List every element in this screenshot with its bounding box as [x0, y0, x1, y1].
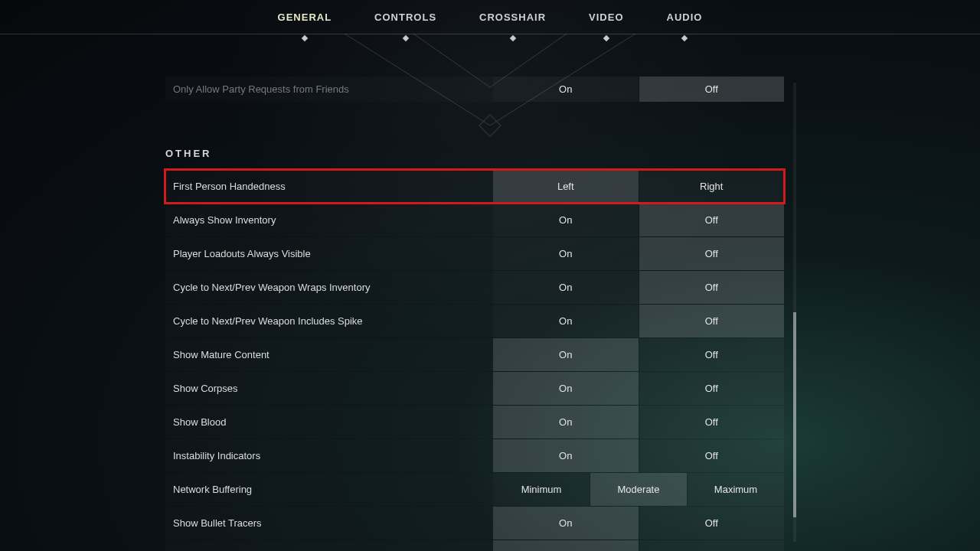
setting-option[interactable]: Off — [639, 204, 785, 236]
setting-option[interactable]: On — [493, 372, 639, 405]
setting-option[interactable]: Right — [639, 170, 785, 203]
setting-option[interactable]: On — [493, 237, 639, 270]
scrollbar-thumb[interactable] — [793, 312, 796, 517]
setting-row: Network BufferingMinimumModerateMaximum — [165, 473, 784, 506]
setting-label: Instability Indicators — [165, 439, 493, 472]
setting-option[interactable]: Off — [639, 237, 785, 270]
setting-label: Show Corpses — [165, 372, 493, 405]
setting-row: Show BloodOnOff — [165, 406, 784, 439]
setting-option[interactable]: Minimum — [493, 473, 590, 506]
setting-label: First Person Handedness — [165, 170, 493, 203]
setting-option[interactable]: On — [493, 507, 639, 540]
setting-label: Show Spectator Count — [165, 540, 493, 551]
tab-general[interactable]: GENERAL — [278, 11, 332, 23]
tab-audio[interactable]: AUDIO — [667, 11, 703, 23]
setting-row: Show Spectator CountOnOff — [165, 540, 784, 551]
setting-row: Instability IndicatorsOnOff — [165, 439, 784, 472]
setting-label: Always Show Inventory — [165, 204, 493, 236]
setting-option[interactable]: On — [493, 305, 639, 337]
setting-label: Cycle to Next/Prev Weapon Includes Spike — [165, 305, 493, 337]
setting-option[interactable]: On — [493, 406, 639, 439]
setting-option[interactable]: Off — [639, 305, 785, 337]
setting-row: Always Show InventoryOnOff — [165, 204, 784, 236]
settings-tabs: GENERALCONTROLSCROSSHAIRVIDEOAUDIO — [0, 0, 980, 34]
setting-option[interactable]: On — [493, 439, 639, 472]
setting-label: Show Blood — [165, 406, 493, 439]
tab-video[interactable]: VIDEO — [589, 11, 623, 23]
setting-row: Only Allow Party Requests from Friends O… — [165, 77, 784, 102]
setting-option[interactable]: Off — [639, 372, 785, 405]
setting-option[interactable]: Maximum — [688, 473, 784, 506]
setting-row: Show Mature ContentOnOff — [165, 338, 784, 371]
setting-label: Show Mature Content — [165, 338, 493, 371]
setting-option[interactable]: Off — [639, 540, 785, 551]
settings-panel: Only Allow Party Requests from Friends O… — [165, 77, 784, 551]
setting-option[interactable]: On — [493, 271, 639, 304]
setting-option[interactable]: Left — [493, 170, 639, 203]
setting-option[interactable]: Off — [639, 507, 785, 540]
tab-controls[interactable]: CONTROLS — [374, 11, 436, 23]
setting-option[interactable]: Off — [639, 271, 785, 304]
setting-label: Show Bullet Tracers — [165, 507, 493, 540]
setting-row: Show CorpsesOnOff — [165, 372, 784, 405]
tab-crosshair[interactable]: CROSSHAIR — [479, 11, 546, 23]
section-header-other: OTHER — [165, 148, 784, 159]
setting-option[interactable]: On — [493, 338, 639, 371]
setting-row: Show Bullet TracersOnOff — [165, 507, 784, 540]
setting-row: Cycle to Next/Prev Weapon Wraps Inventor… — [165, 271, 784, 304]
setting-row: Cycle to Next/Prev Weapon Includes Spike… — [165, 305, 784, 337]
setting-label: Only Allow Party Requests from Friends — [165, 77, 493, 102]
setting-option[interactable]: On — [493, 77, 639, 102]
setting-option[interactable]: Off — [639, 77, 785, 102]
setting-row: Player Loadouts Always VisibleOnOff — [165, 237, 784, 270]
setting-option[interactable]: Off — [639, 338, 785, 371]
setting-label: Cycle to Next/Prev Weapon Wraps Inventor… — [165, 271, 493, 304]
setting-label: Player Loadouts Always Visible — [165, 237, 493, 270]
setting-option[interactable]: Off — [639, 439, 785, 472]
scrollbar-track[interactable] — [793, 83, 796, 542]
setting-option[interactable]: On — [493, 204, 639, 236]
setting-row: First Person HandednessLeftRight — [165, 170, 784, 203]
setting-label: Network Buffering — [165, 473, 493, 506]
setting-option[interactable]: Moderate — [590, 473, 687, 506]
setting-option[interactable]: Off — [639, 406, 785, 439]
setting-option[interactable]: On — [493, 540, 639, 551]
